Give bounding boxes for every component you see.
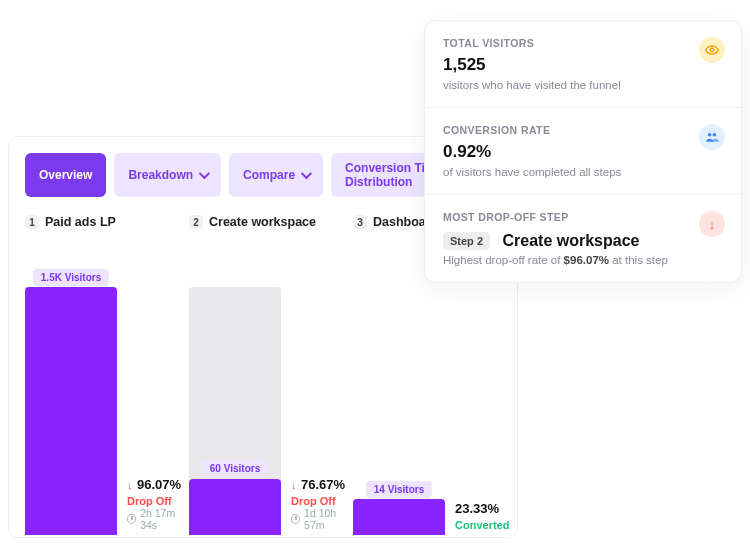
step-number: 3 (353, 215, 367, 229)
bar[interactable]: 60 Visitors (189, 479, 281, 535)
sub-pre: Highest drop-off rate of (443, 254, 564, 266)
drop-off: ↓ 96.07% Drop Off (127, 475, 181, 507)
arrow-down-icon: ↓ (291, 479, 297, 491)
sub-strong: $96.07% (564, 254, 609, 266)
step-timing: 2h 17m 34s (127, 507, 189, 531)
tab-compare[interactable]: Compare (229, 153, 323, 197)
tab-overview[interactable]: Overview (25, 153, 106, 197)
chevron-down-icon (199, 168, 210, 179)
bar[interactable]: 1.5K Visitors (25, 287, 117, 535)
stats-panel: TOTAL VISITORS 1,525 visitors who have v… (424, 20, 742, 283)
tab-label: Overview (39, 168, 92, 182)
drop-off: ↓ 76.67% Drop Off (291, 475, 345, 507)
arrow-down-icon: ↓ (699, 211, 725, 237)
stat-sub: visitors who have visited the funnel (443, 79, 723, 91)
stat-value: 1,525 (443, 55, 723, 75)
timing-text: 1d 10h 57m (304, 507, 353, 531)
step-name: Create workspace (209, 215, 316, 229)
clock-icon (291, 514, 300, 524)
stat-sub: of visitors have completed all steps (443, 166, 723, 178)
visitors-badge: 14 Visitors (366, 481, 432, 498)
converted-label: Converted (455, 519, 509, 531)
svg-point-2 (713, 133, 717, 137)
stat-label: TOTAL VISITORS (443, 37, 723, 49)
visitors-badge: 1.5K Visitors (33, 269, 109, 286)
stat-label: MOST DROP-OFF STEP (443, 211, 723, 223)
chevron-down-icon (301, 168, 312, 179)
users-icon (699, 124, 725, 150)
converted-pct: 23.33% (455, 501, 499, 516)
drop-off-pct: 96.07% (137, 477, 181, 492)
drop-off-label: Drop Off (291, 495, 345, 507)
step-chip: Step 2 (443, 232, 490, 250)
stat-value: 0.92% (443, 142, 723, 162)
stat-total-visitors: TOTAL VISITORS 1,525 visitors who have v… (425, 21, 741, 108)
funnel-step: 1 Paid ads LP 1.5K Visitors ↓ 96.07% Dro… (25, 215, 189, 535)
clock-icon (127, 514, 136, 524)
arrow-down-icon: ↓ (127, 479, 133, 491)
stat-label: CONVERSION RATE (443, 124, 723, 136)
drop-off-label: Drop Off (127, 495, 181, 507)
funnel-step: 2 Create workspace 60 Visitors ↓ 76.67% … (189, 215, 353, 535)
step-number: 2 (189, 215, 203, 229)
timing-text: 2h 17m 34s (140, 507, 189, 531)
step-timing: 1d 10h 57m (291, 507, 353, 531)
stat-sub: Highest drop-off rate of $96.07% at this… (443, 254, 723, 266)
tab-breakdown[interactable]: Breakdown (114, 153, 221, 197)
dropoff-step-name: Create workspace (502, 232, 639, 249)
tab-label: Compare (243, 168, 295, 182)
svg-point-1 (708, 133, 712, 137)
sub-post: at this step (609, 254, 668, 266)
tab-label: Breakdown (128, 168, 193, 182)
bar-fill: 14 Visitors (353, 499, 445, 535)
stat-most-dropoff: ↓ MOST DROP-OFF STEP Step 2 Create works… (425, 195, 741, 282)
eye-icon (699, 37, 725, 63)
bar[interactable]: 14 Visitors (353, 499, 445, 535)
converted: 23.33% Converted (455, 499, 509, 531)
svg-point-0 (710, 48, 714, 52)
step-name: Paid ads LP (45, 215, 116, 229)
bar-fill: 1.5K Visitors (25, 287, 117, 535)
step-number: 1 (25, 215, 39, 229)
stat-conversion-rate: CONVERSION RATE 0.92% of visitors have c… (425, 108, 741, 195)
drop-off-pct: 76.67% (301, 477, 345, 492)
visitors-badge: 60 Visitors (202, 460, 268, 477)
bar-fill (189, 479, 281, 535)
